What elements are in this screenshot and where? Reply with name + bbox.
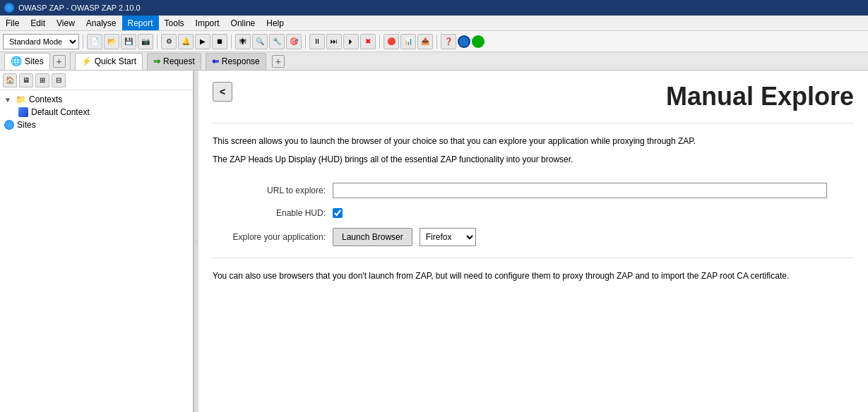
hud-checkbox-wrap <box>333 208 343 218</box>
menu-view[interactable]: View <box>51 16 81 30</box>
browser-select[interactable]: Firefox Chrome Safari Opera <box>420 228 476 246</box>
toolbar-breakpoints[interactable]: 🔴 <box>384 34 399 49</box>
response-arrow-icon: ⇐ <box>212 56 219 66</box>
toolbar-globe-icon[interactable] <box>458 35 470 48</box>
enable-hud-label: Enable HUD: <box>213 208 326 218</box>
toolbar-sep-6 <box>436 35 437 49</box>
page-title-row: < Manual Explore <box>213 82 854 111</box>
app-icon <box>4 3 14 13</box>
toolbar-save[interactable]: 💾 <box>121 34 136 49</box>
toolbar-pause-all[interactable]: ⏸ <box>309 34 325 49</box>
request-arrow-icon: ⇒ <box>153 56 160 66</box>
menu-file[interactable]: File <box>0 16 25 30</box>
divider-line-1 <box>213 123 854 123</box>
enable-hud-checkbox[interactable] <box>333 208 343 218</box>
divider-line-2 <box>213 258 854 258</box>
description-text: This screen allows you to launch the bro… <box>213 135 854 147</box>
menu-edit[interactable]: Edit <box>25 16 51 30</box>
sidebar: 🏠 🖥 ⊞ ⊟ ▼ 📁 Contexts Default Context Sit… <box>0 71 194 412</box>
top-tabs-bar: 🌐 Sites + ⚡ Quick Start ⇒ Request ⇐ Resp… <box>0 52 868 71</box>
tree-node-default-context[interactable]: Default Context <box>17 106 190 119</box>
toolbar-spider[interactable]: 🕷 <box>235 34 251 49</box>
titlebar: OWASP ZAP - OWASP ZAP 2.10.0 <box>0 0 868 16</box>
content-area: 🏠 🖥 ⊞ ⊟ ▼ 📁 Contexts Default Context Sit… <box>0 71 868 412</box>
toolbar-fuzzer[interactable]: 🎯 <box>286 34 302 49</box>
quick-start-tab-label: Quick Start <box>95 56 136 66</box>
app-title: OWASP ZAP - OWASP ZAP 2.10.0 <box>18 4 141 12</box>
sidebar-tree: ▼ 📁 Contexts Default Context Sites <box>0 90 193 412</box>
tree-node-sites[interactable]: Sites <box>3 119 190 131</box>
toolbar-brute[interactable]: 🔧 <box>269 34 285 49</box>
explore-label: Explore your application: <box>213 232 326 242</box>
sidebar-monitor-btn[interactable]: 🖥 <box>19 73 33 87</box>
contexts-folder-icon: 📁 <box>16 95 26 104</box>
toolbar-resume[interactable]: ⏵ <box>343 34 359 49</box>
toolbar-run[interactable]: ▶ <box>195 34 210 49</box>
explore-form: URL to explore: Enable HUD: Explore your… <box>213 183 854 246</box>
toolbar-green-status <box>472 35 484 48</box>
sites-globe-icon: 🌐 <box>11 56 22 66</box>
tab-request[interactable]: ⇒ Request <box>147 53 201 70</box>
mode-select[interactable]: Standard Mode Safe Mode Protected Mode A… <box>3 34 79 49</box>
sites-tab-group: 🌐 Sites + <box>0 52 71 70</box>
toolbar-scan[interactable]: 🔍 <box>252 34 268 49</box>
contexts-label: Contexts <box>29 95 62 104</box>
url-input[interactable] <box>333 183 827 198</box>
toolbar-open[interactable]: 📂 <box>104 34 119 49</box>
contexts-expand-arrow: ▼ <box>4 96 13 104</box>
menu-analyse[interactable]: Analyse <box>81 16 122 30</box>
manual-explore-panel: < Manual Explore This screen allows you … <box>198 71 868 412</box>
toolbar: Standard Mode Safe Mode Protected Mode A… <box>0 31 868 52</box>
sites-tree-icon <box>4 120 14 130</box>
menu-tools[interactable]: Tools <box>159 16 190 30</box>
menu-import[interactable]: Import <box>190 16 225 30</box>
toolbar-sep-5 <box>379 35 380 49</box>
default-context-icon <box>18 107 28 117</box>
add-sites-tab-btn[interactable]: + <box>53 55 66 68</box>
explore-form-row: Explore your application: Launch Browser… <box>213 228 854 246</box>
toolbar-alerts[interactable]: 🔔 <box>178 34 194 49</box>
toolbar-new-session[interactable]: 📄 <box>87 34 102 49</box>
toolbar-sep-1 <box>83 35 83 49</box>
tab-response[interactable]: ⇐ Response <box>206 53 266 70</box>
toolbar-help-btn[interactable]: ❓ <box>441 34 456 49</box>
menu-help[interactable]: Help <box>261 16 290 30</box>
toolbar-step[interactable]: ⏭ <box>326 34 342 49</box>
response-tab-label: Response <box>222 56 260 66</box>
tree-node-contexts[interactable]: ▼ 📁 Contexts <box>3 93 190 106</box>
sidebar-home-btn[interactable]: 🏠 <box>3 73 17 87</box>
sidebar-toolbar: 🏠 🖥 ⊞ ⊟ <box>0 71 193 90</box>
toolbar-reports[interactable]: 📊 <box>400 34 416 49</box>
back-button[interactable]: < <box>213 82 232 102</box>
url-label: URL to explore: <box>213 186 326 195</box>
tab-sites[interactable]: 🌐 Sites <box>4 53 50 70</box>
tab-quick-start[interactable]: ⚡ Quick Start <box>75 53 143 70</box>
toolbar-stop2[interactable]: ✖ <box>360 34 376 49</box>
sidebar-expand-btn[interactable]: ⊞ <box>35 73 49 87</box>
right-panel: < Manual Explore This screen allows you … <box>198 71 868 412</box>
hud-form-row: Enable HUD: <box>213 208 854 218</box>
toolbar-stop[interactable]: ⏹ <box>212 34 227 49</box>
launch-browser-button[interactable]: Launch Browser <box>333 228 412 246</box>
toolbar-sep-3 <box>231 35 232 49</box>
menu-online[interactable]: Online <box>225 16 261 30</box>
url-form-row: URL to explore: <box>213 183 854 198</box>
hud-description-text: The ZAP Heads Up Display (HUD) brings al… <box>213 153 854 166</box>
sites-tab-label: Sites <box>25 56 44 66</box>
sites-tree-label: Sites <box>17 120 36 130</box>
toolbar-snapshot[interactable]: 📷 <box>138 34 153 49</box>
request-tab-label: Request <box>163 56 195 66</box>
quick-start-lightning-icon: ⚡ <box>81 56 92 66</box>
menubar: File Edit View Analyse Report Tools Impo… <box>0 16 868 31</box>
toolbar-sep-2 <box>157 35 157 49</box>
page-title: Manual Explore <box>666 82 854 111</box>
toolbar-export[interactable]: 📤 <box>417 34 433 49</box>
default-context-label: Default Context <box>31 107 90 117</box>
sidebar-collapse-btn[interactable]: ⊟ <box>52 73 66 87</box>
toolbar-sep-4 <box>305 35 306 49</box>
add-right-tab-btn[interactable]: + <box>272 55 285 68</box>
also-text: You can also use browsers that you don't… <box>213 269 848 282</box>
menu-report[interactable]: Report <box>122 16 159 30</box>
toolbar-options[interactable]: ⚙ <box>161 34 177 49</box>
